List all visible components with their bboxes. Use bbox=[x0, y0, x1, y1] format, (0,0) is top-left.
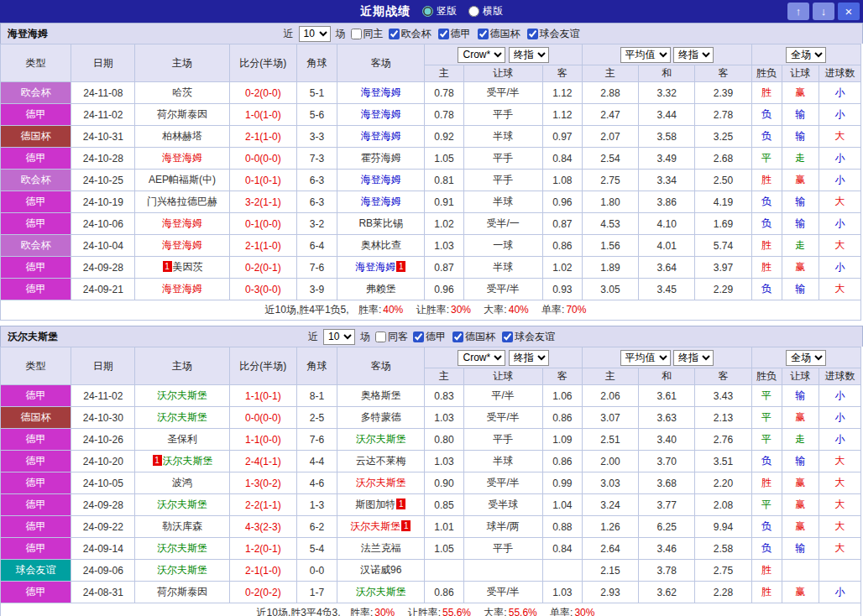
asian-away-odds-cell: 1.09 bbox=[542, 429, 582, 451]
scroll-up-button[interactable]: ↑ bbox=[787, 3, 809, 20]
scope-selector-cell: 全场 bbox=[751, 347, 860, 368]
league-filter-group: 欧会杯 德甲 德国杯 球会友谊 bbox=[389, 27, 580, 41]
corners-cell: 5-6 bbox=[296, 104, 337, 126]
euro-book-select[interactable]: 平均值 bbox=[620, 350, 671, 366]
corners-cell: 6-3 bbox=[296, 191, 337, 213]
match-count-select[interactable]: 10 bbox=[299, 26, 331, 42]
col-away: 客场 bbox=[337, 347, 425, 385]
league-filter-checkbox[interactable]: 德国杯 bbox=[452, 330, 495, 344]
league-filter-input[interactable] bbox=[478, 29, 489, 39]
league-filter-label: 球会友谊 bbox=[515, 330, 555, 344]
asian-home-odds-cell bbox=[425, 560, 463, 582]
match-count-select[interactable]: 10 bbox=[323, 329, 355, 345]
handicap-result-cell: 输 bbox=[782, 385, 819, 407]
away-team-name: 汉诺威96 bbox=[360, 564, 401, 576]
away-team-cell: 沃尔夫斯堡1 bbox=[337, 516, 425, 538]
euro-type-select[interactable]: 终指 bbox=[673, 350, 714, 366]
col-asia-line: 让球 bbox=[463, 368, 542, 385]
date-cell: 24-09-14 bbox=[71, 538, 135, 560]
euro-away-odds-cell: 4.19 bbox=[695, 191, 751, 213]
close-button[interactable]: × bbox=[838, 3, 860, 20]
asia-type-select[interactable]: 终指 bbox=[509, 350, 549, 366]
red-card-badge: 1 bbox=[401, 520, 411, 531]
home-team-name: 哈茨 bbox=[172, 86, 192, 98]
euro-draw-odds-cell: 3.40 bbox=[639, 429, 695, 451]
league-filter-input[interactable] bbox=[389, 29, 400, 39]
euro-type-select[interactable]: 终指 bbox=[673, 47, 714, 63]
euro-home-odds-cell: 4.53 bbox=[582, 213, 638, 235]
away-team-cell: 霍芬海姆 bbox=[337, 148, 425, 170]
date-cell: 24-10-25 bbox=[71, 170, 135, 191]
euro-away-odds-cell: 2.28 bbox=[695, 582, 751, 603]
goals-result-cell: 小 bbox=[819, 257, 860, 279]
away-team-cell: 多特蒙德 bbox=[337, 407, 425, 429]
goals-result-cell: 大 bbox=[819, 451, 860, 472]
euro-draw-odds-cell: 3.44 bbox=[639, 104, 695, 126]
league-filter-input[interactable] bbox=[527, 29, 538, 39]
away-team-cell: 云达不莱梅 bbox=[337, 451, 425, 472]
same-venue-checkbox[interactable]: 同客 bbox=[375, 330, 408, 344]
date-cell: 24-09-28 bbox=[71, 257, 135, 279]
corners-cell: 2-5 bbox=[296, 407, 337, 429]
date-cell: 24-10-28 bbox=[71, 148, 135, 170]
away-team-name: 海登海姆 bbox=[361, 86, 401, 98]
euro-home-odds-cell: 2.15 bbox=[582, 560, 638, 582]
handicap-line-cell: 半球 bbox=[463, 191, 542, 213]
asia-book-select[interactable]: Crow* bbox=[458, 47, 505, 63]
same-venue-checkbox[interactable]: 同主 bbox=[351, 27, 384, 41]
table-row: 德甲 24-10-06 海登海姆 0-1(0-0) 3-2 RB莱比锡 1.02… bbox=[1, 213, 861, 235]
home-team-cell: 沃尔夫斯堡 bbox=[135, 385, 229, 407]
league-filter-checkbox[interactable]: 德甲 bbox=[438, 27, 471, 41]
league-filter-input[interactable] bbox=[413, 331, 424, 342]
asia-book-select[interactable]: Crow* bbox=[458, 350, 505, 366]
team-name: 海登海姆 bbox=[8, 27, 48, 41]
scroll-down-button[interactable]: ↓ bbox=[813, 3, 834, 20]
layout-vertical-radio[interactable]: 竖版 bbox=[422, 4, 457, 18]
goals-result-cell: 小 bbox=[819, 582, 860, 603]
euro-book-select[interactable]: 平均值 bbox=[620, 47, 671, 63]
league-filter-checkbox[interactable]: 球会友谊 bbox=[527, 27, 580, 41]
layout-horizontal-radio[interactable]: 横版 bbox=[468, 4, 503, 18]
league-filter-input[interactable] bbox=[452, 331, 463, 342]
home-team-name: 美因茨 bbox=[173, 261, 203, 273]
scope-select[interactable]: 全场 bbox=[786, 47, 826, 63]
asian-home-odds-cell: 0.78 bbox=[425, 82, 463, 104]
asian-home-odds-cell: 0.91 bbox=[425, 191, 463, 213]
league-filter-input[interactable] bbox=[502, 331, 513, 342]
league-type-cell: 德甲 bbox=[1, 213, 71, 235]
league-filter-checkbox[interactable]: 德国杯 bbox=[478, 27, 520, 41]
goals-result-cell: 小 bbox=[819, 170, 860, 191]
asian-home-odds-cell: 0.78 bbox=[425, 104, 463, 126]
euro-draw-odds-cell: 3.78 bbox=[639, 560, 695, 582]
section-header: 沃尔夫斯堡 近 10 场 同客 德甲 德国杯 球会友谊 bbox=[0, 326, 863, 347]
league-filter-checkbox[interactable]: 德甲 bbox=[413, 330, 446, 344]
scope-select[interactable]: 全场 bbox=[786, 350, 826, 366]
euro-away-odds-cell: 3.43 bbox=[695, 385, 751, 407]
euro-draw-odds-cell: 6.25 bbox=[639, 516, 695, 538]
euro-away-odds-cell: 9.94 bbox=[695, 516, 751, 538]
goals-result-cell: 大 bbox=[819, 235, 860, 257]
home-team-cell: 沃尔夫斯堡 bbox=[135, 494, 229, 516]
euro-away-odds-cell: 2.13 bbox=[695, 407, 751, 429]
league-filter-checkbox[interactable]: 球会友谊 bbox=[502, 330, 555, 344]
asian-away-odds-cell: 0.97 bbox=[542, 126, 582, 148]
col-asia-away: 客 bbox=[542, 368, 582, 385]
away-team-cell: 海登海姆 bbox=[337, 82, 425, 104]
asian-home-odds-cell: 1.03 bbox=[425, 407, 463, 429]
score-cell: 0-0(0-0) bbox=[229, 407, 296, 429]
away-team-name: 斯图加特 bbox=[355, 499, 395, 510]
date-cell: 24-08-31 bbox=[71, 582, 135, 603]
asian-away-odds-cell: 0.93 bbox=[542, 279, 582, 300]
asian-away-odds-cell: 0.87 bbox=[542, 213, 582, 235]
home-team-cell: 1沃尔夫斯堡 bbox=[135, 451, 229, 472]
league-filter-checkbox[interactable]: 欧会杯 bbox=[389, 27, 432, 41]
away-team-name: 云达不莱梅 bbox=[356, 455, 406, 467]
result-cell: 负 bbox=[751, 126, 782, 148]
summary-record: 近10场,胜3平4负3, bbox=[257, 607, 341, 616]
euro-home-odds-cell: 1.26 bbox=[582, 516, 638, 538]
league-filter-input[interactable] bbox=[438, 29, 449, 39]
asia-type-select[interactable]: 终指 bbox=[509, 47, 549, 63]
away-team-name: 沃尔夫斯堡 bbox=[350, 520, 400, 532]
table-row: 德甲 24-09-22 勒沃库森 4-3(2-3) 6-2 沃尔夫斯堡1 1.0… bbox=[1, 516, 861, 538]
home-team-cell: 1美因茨 bbox=[135, 257, 229, 279]
